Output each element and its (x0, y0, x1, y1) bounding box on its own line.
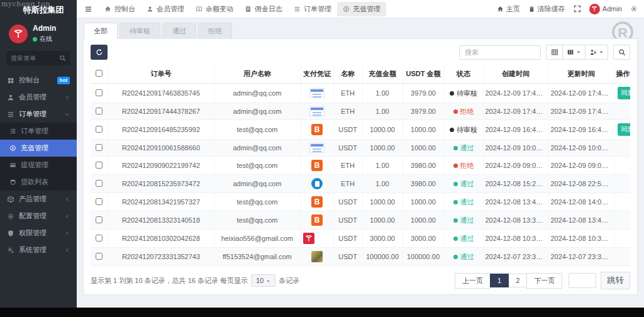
user-email: admin@qq.com (214, 84, 301, 103)
submenu-item-3[interactable]: 贷款列表 (0, 174, 77, 191)
screenshot-thumb[interactable] (309, 143, 325, 153)
bitpie-b-thumb[interactable]: B (311, 124, 323, 135)
row-checkbox[interactable] (96, 253, 103, 260)
refresh-button[interactable] (91, 45, 108, 60)
recharge-amount: 1000.00 (362, 211, 402, 230)
app-root: mycheng.top 特斯拉集团 Admin 在线 控制台hot会员管理订单管… (0, 0, 644, 317)
row-checkbox[interactable] (96, 198, 103, 205)
updated-time: 2024-12-09 16:48:52 (548, 120, 614, 140)
sidebar-item-0[interactable]: 控制台hot (0, 72, 77, 89)
col-header-7: 创建时间 (483, 65, 548, 84)
filter-tab-2[interactable]: 通过 (162, 23, 196, 39)
hot-badge: hot (57, 77, 70, 84)
sidebar-item-5[interactable]: 权限管理 (0, 225, 77, 242)
created-time: 2024-12-09 17:44:43 (483, 103, 548, 120)
bitpie-b-thumb[interactable]: B (311, 196, 323, 208)
filter-tab-1[interactable]: 待审核 (119, 23, 160, 39)
recharge-amount: 1000.00 (362, 120, 402, 140)
approve-button[interactable]: 同意 (618, 123, 631, 136)
sidebar-search (6, 51, 70, 65)
status-dot-icon (453, 236, 458, 241)
sidebar-item-6[interactable]: 系统管理 (0, 242, 77, 259)
page-size-select[interactable]: 10 (251, 274, 275, 287)
fullscreen-button[interactable] (574, 5, 581, 13)
topnav-tab-4[interactable]: 订单管理 (288, 2, 337, 16)
columns-button[interactable] (562, 45, 586, 60)
topnav-right: 主页 清除缓存 Admin (497, 4, 638, 14)
sidebar-item-4[interactable]: 配置管理 (0, 208, 77, 225)
photo-thumb[interactable] (311, 251, 323, 262)
topnav-tab-5[interactable]: 充值管理 (337, 2, 386, 16)
table-body: R2024120917463835745admin@qq.comETH1.003… (91, 84, 630, 266)
sidebar-item-2[interactable]: 订单管理 (0, 106, 77, 123)
row-checkbox[interactable] (96, 144, 103, 151)
usdt-amount: 3979.00 (402, 84, 444, 103)
export-icon (589, 48, 597, 56)
coin-name: USDT (333, 248, 362, 266)
user-email: test@qq.com (214, 157, 301, 175)
sidebar-item-3[interactable]: 产品管理 (0, 191, 77, 208)
search-button[interactable] (613, 45, 630, 60)
sidebar-item-1[interactable]: 会员管理 (0, 89, 77, 106)
bitpie-b-thumb[interactable]: B (311, 214, 323, 226)
next-page-button[interactable]: 下一页 (526, 273, 562, 289)
permission-icon (7, 230, 14, 237)
topnav-tab-2[interactable]: 余额变动 (190, 2, 239, 16)
row-checkbox[interactable] (96, 180, 103, 187)
row-checkbox[interactable] (96, 162, 103, 169)
product-icon (7, 196, 14, 203)
topnav-tabs: 控制台会员管理余额变动佣金日志订单管理充值管理 (99, 2, 386, 16)
screenshot-thumb[interactable] (309, 106, 325, 116)
order-icon (7, 111, 14, 118)
row-checkbox[interactable] (96, 126, 103, 133)
topnav-tab-1[interactable]: 会员管理 (141, 2, 190, 16)
col-header-3: 名称 (333, 65, 362, 84)
tesla-logo-thumb[interactable] (303, 233, 314, 244)
tesla-avatar-small-icon (589, 4, 600, 14)
blue-circle-thumb[interactable] (311, 178, 323, 189)
submenu-item-0[interactable]: 订单管理 (0, 123, 77, 140)
user-menu[interactable]: Admin (589, 4, 622, 14)
prev-page-button[interactable]: 上一页 (455, 273, 491, 289)
orders-table: 订单号用户名称支付凭证名称充值金额USDT 金额状态创建时间更新时间操作 R20… (91, 65, 630, 266)
usdt-amount: 100000.00 (402, 248, 444, 266)
toggle-view-button[interactable] (546, 45, 563, 60)
row-checkbox[interactable] (96, 89, 103, 96)
config-icon (7, 213, 14, 220)
table-row: R2024120916485235992test@qq.comBUSDT1000… (91, 120, 630, 140)
online-dot-icon (33, 37, 37, 42)
submenu-item-1[interactable]: 充值管理 (0, 140, 77, 157)
topnav-tab-3[interactable]: 佣金日志 (239, 2, 288, 16)
row-actions: 同意拒绝 (614, 120, 630, 140)
filter-tab-0[interactable]: 全部 (84, 23, 118, 39)
approve-button[interactable]: 同意 (618, 87, 631, 99)
home-link[interactable]: 主页 (497, 4, 520, 14)
usdt-amount: 1000.00 (402, 193, 444, 211)
dashboard-icon (7, 77, 14, 84)
topnav-tab-0[interactable]: 控制台 (99, 2, 141, 16)
page-button-1[interactable]: 1 (490, 274, 509, 287)
submenu-item-2[interactable]: 提现管理 (0, 157, 77, 174)
export-button[interactable] (585, 45, 608, 60)
sidebar-search-input[interactable] (11, 55, 59, 62)
book-icon (196, 6, 203, 13)
filter-tab-3[interactable]: 拒绝 (198, 23, 232, 39)
home-icon (104, 6, 111, 13)
row-checkbox[interactable] (96, 235, 103, 242)
status-dot-icon (453, 200, 458, 204)
order-no: R2024120723331352743 (108, 248, 214, 266)
row-checkbox[interactable] (96, 216, 103, 223)
settings-button[interactable] (630, 5, 638, 13)
hamburger-menu-icon[interactable] (83, 5, 97, 13)
row-checkbox[interactable] (96, 108, 103, 114)
table-search-input[interactable] (459, 45, 541, 60)
jump-page-input[interactable] (569, 273, 596, 288)
page-button-2[interactable]: 2 (508, 274, 527, 287)
row-actions (614, 248, 630, 266)
select-all-checkbox[interactable] (96, 70, 103, 77)
clear-cache-link[interactable]: 清除缓存 (528, 4, 565, 14)
bitpie-b-thumb[interactable]: B (311, 160, 323, 171)
order-no: R2024120916485235992 (108, 120, 214, 140)
jump-button[interactable]: 跳转 (601, 272, 630, 289)
screenshot-thumb[interactable] (309, 88, 325, 98)
